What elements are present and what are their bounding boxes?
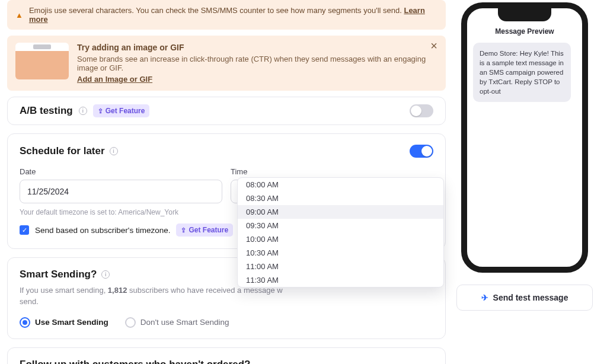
get-feature-badge[interactable]: ⇪ Get Feature [176,223,233,237]
time-label: Time [231,167,433,176]
send-test-label: Send test message [493,293,568,302]
image-banner-title: Try adding an image or GIF [77,43,437,52]
time-option[interactable]: 11:30 AM [238,273,443,287]
send-test-button[interactable]: ✈ Send test message [456,285,593,311]
time-option[interactable]: 09:30 AM [238,219,443,232]
ab-title: A/B testing [20,105,73,117]
date-label: Date [20,167,222,176]
get-feature-label: Get Feature [189,226,228,234]
smart-title: Smart Sending? [20,269,97,280]
time-option[interactable]: 08:00 AM [238,178,443,191]
ab-toggle[interactable] [410,104,433,117]
date-value: 11/25/2024 [27,187,69,196]
date-input[interactable]: 11/25/2024 [20,180,222,203]
image-gif-banner: Try adding an image or GIF Some brands s… [7,36,446,91]
close-icon[interactable]: × [428,40,440,52]
followup-title: Follow up with customers who haven't ord… [20,359,250,364]
banner-thumbnail [15,43,69,79]
timezone-help: Your default timezone is set to: America… [20,208,222,216]
get-feature-badge[interactable]: ⇪ Get Feature [93,104,150,117]
info-icon[interactable]: i [101,270,110,279]
info-icon[interactable]: i [110,147,118,155]
time-option[interactable]: 09:00 AM [238,205,443,219]
schedule-toggle[interactable] [410,145,433,158]
info-icon[interactable]: i [79,107,87,115]
warning-icon: ▲ [15,11,23,20]
phone-notch [498,8,551,21]
emoji-note-banner: ▲ Emojis use several characters. You can… [7,0,446,30]
ab-testing-card: A/B testing i ⇪ Get Feature [7,97,446,125]
get-feature-label: Get Feature [106,107,145,115]
upgrade-icon: ⇪ [98,107,103,115]
time-option[interactable]: 08:30 AM [238,191,443,205]
schedule-title: Schedule for later [20,145,105,157]
use-smart-sending-radio[interactable]: Use Smart Sending [20,317,108,328]
preview-header: Message Preview [473,27,576,36]
subscriber-timezone-label: Send based on subscriber's timezone. [35,226,170,235]
subscriber-timezone-checkbox[interactable]: ✓ [20,225,29,235]
time-option[interactable]: 11:00 AM [238,260,443,273]
send-icon: ✈ [481,293,488,302]
upgrade-icon: ⇪ [181,226,186,234]
dont-use-smart-sending-radio[interactable]: Don't use Smart Sending [125,317,229,328]
time-dropdown[interactable]: 08:00 AM08:30 AM09:00 AM09:30 AM10:00 AM… [237,177,444,288]
time-option[interactable]: 10:30 AM [238,246,443,260]
phone-preview: Message Preview Demo Store: Hey Kyle! Th… [461,2,588,273]
followup-card: Follow up with customers who haven't ord… [7,347,446,364]
emoji-note-text: Emojis use several characters. You can c… [29,6,402,15]
smart-desc: If you use smart sending, 1,812 subscrib… [20,285,433,308]
image-banner-desc: Some brands see an increase in click-thr… [77,55,437,72]
add-image-link[interactable]: Add an Image or GIF [77,75,152,84]
time-option[interactable]: 10:00 AM [238,232,443,246]
message-bubble: Demo Store: Hey Kyle! This is a sample t… [473,43,571,102]
